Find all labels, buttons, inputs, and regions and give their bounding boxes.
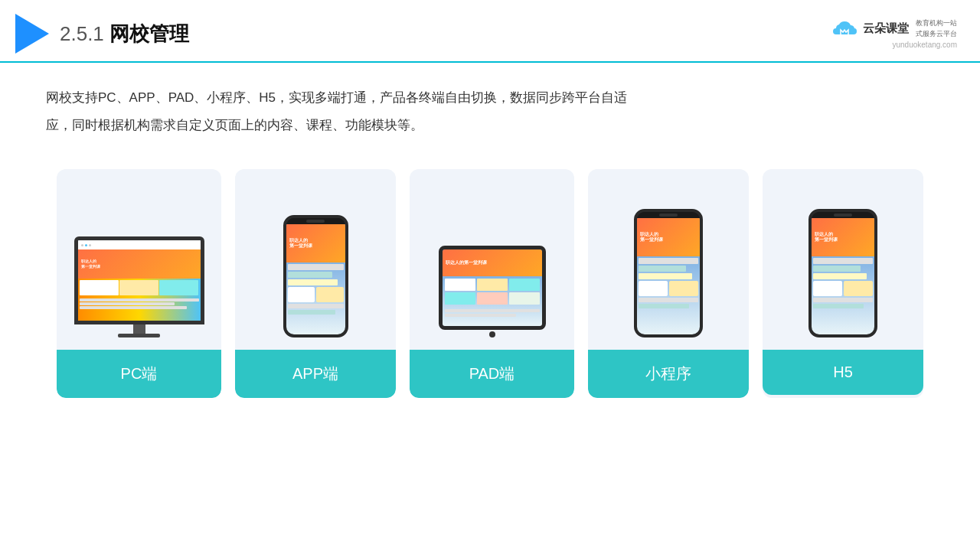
pc-monitor-illustration: 职达人的第一堂判课	[74, 236, 204, 337]
m-row1	[639, 258, 698, 264]
phone-body-h5: 职达人的第一堂判课	[808, 209, 877, 337]
brand-tagline: 教育机构一站 式服务云平台	[916, 18, 957, 39]
card-label-pc: PC端	[57, 350, 221, 398]
notch-pill	[306, 220, 325, 223]
banner-text: 职达人的第一堂判课	[289, 238, 312, 250]
title-main: 网校管理	[109, 22, 189, 45]
brand-logo: 云朵课堂 教育机构一站 式服务云平台 yunduoketang.com	[830, 18, 957, 49]
card-label-h5: H5	[763, 350, 923, 395]
tab-block-1	[445, 279, 475, 291]
phone-body-content	[286, 262, 345, 316]
hc1	[813, 281, 842, 296]
phone-screen-app: 职达人的第一堂判课	[286, 224, 345, 334]
card-pad-image: 职达人的第一堂判课	[417, 184, 567, 337]
card-label-miniapp: 小程序	[588, 350, 749, 398]
phone-illustration-h5: 职达人的第一堂判课	[808, 209, 877, 337]
logo-triangle-icon	[15, 14, 49, 54]
m-row4	[639, 298, 698, 302]
card-label-app: APP端	[235, 350, 396, 398]
row2	[80, 302, 175, 305]
page-header: 2.5.1 网校管理 云朵课堂 教育机构一站 式服务云平台 yunduoketa…	[0, 0, 980, 63]
mc2	[669, 281, 698, 296]
banner-text-2: 职达人的第一堂判课	[640, 232, 663, 244]
pc1	[288, 287, 315, 302]
phone-illustration-app: 职达人的第一堂判课	[283, 215, 348, 337]
hc2	[844, 281, 873, 296]
monitor-base	[118, 334, 160, 337]
tablet-banner: 职达人的第一堂判课	[443, 249, 542, 276]
tab-block-2	[477, 279, 508, 291]
h-row2	[813, 266, 861, 272]
m-row3	[639, 273, 692, 279]
h-row4	[813, 298, 873, 302]
cloud-icon	[830, 19, 859, 39]
brand-name-text: 云朵课堂	[863, 21, 909, 36]
tab-block-6	[509, 292, 540, 305]
phone-body-app: 职达人的第一堂判课	[283, 215, 348, 337]
card-pc: 职达人的第一堂判课	[57, 169, 221, 398]
notch-pill-2	[659, 214, 678, 217]
tr2	[445, 314, 516, 317]
phone-banner: 职达人的第一堂判课	[286, 224, 345, 262]
card-item-3	[159, 280, 198, 295]
card-pc-image: 职达人的第一堂判课	[64, 184, 214, 337]
card-item-1	[80, 280, 119, 295]
dot1	[81, 244, 83, 246]
dot2	[85, 244, 87, 246]
phone-banner-2: 职达人的第一堂判课	[637, 218, 700, 256]
monitor-neck	[133, 324, 145, 334]
card-h5: 职达人的第一堂判课	[763, 169, 923, 398]
tr1	[445, 309, 540, 312]
screen-banner: 职达人的第一堂判课	[78, 249, 201, 278]
banner-text-3: 职达人的第一堂判课	[815, 232, 838, 244]
tablet-banner-text: 职达人的第一堂判课	[446, 259, 487, 266]
p-row2	[288, 272, 332, 278]
card-label-pad: PAD端	[410, 350, 574, 398]
tablet-screen: 职达人的第一堂判课	[443, 249, 542, 326]
p-row3	[288, 279, 338, 285]
row1	[80, 298, 199, 302]
tablet-body: 职达人的第一堂判课	[439, 246, 546, 330]
brand-name-row: 云朵课堂 教育机构一站 式服务云平台	[830, 18, 957, 39]
card-pad: 职达人的第一堂判课	[410, 169, 574, 398]
brand-url: yunduoketang.com	[892, 41, 957, 49]
card-miniapp-image: 职达人的第一堂判课	[596, 184, 741, 337]
notch-pill-3	[834, 214, 852, 217]
tab-block-4	[445, 292, 475, 305]
m-row2	[639, 266, 686, 272]
card-h5-image: 职达人的第一堂判课	[770, 184, 916, 337]
phone-banner-3: 职达人的第一堂判课	[812, 218, 874, 256]
tablet-home-btn	[489, 331, 495, 337]
monitor-screen: 职达人的第一堂判课	[78, 240, 201, 321]
screen-rows	[78, 297, 201, 311]
phone-body-h5-content	[812, 256, 874, 310]
phone-screen-h5: 职达人的第一堂判课	[812, 218, 874, 334]
monitor-body: 职达人的第一堂判课	[74, 236, 204, 324]
screen-top-bar	[78, 240, 201, 249]
dot3	[89, 244, 91, 246]
h-row1	[813, 258, 873, 264]
phone-body-miniapp: 职达人的第一堂判课	[634, 209, 703, 337]
h-row5	[813, 304, 864, 308]
phone-notch-h5	[812, 212, 874, 218]
mini-card-row	[639, 281, 698, 296]
phone-card-row	[288, 287, 344, 302]
pc2	[316, 287, 344, 302]
phone-illustration-miniapp: 职达人的第一堂判课	[634, 209, 703, 337]
screen-cards-row	[78, 279, 201, 297]
h-row3	[813, 273, 867, 279]
card-app: 职达人的第一堂判课	[235, 169, 396, 398]
tablet-illustration: 职达人的第一堂判课	[439, 246, 546, 337]
header-left: 2.5.1 网校管理	[15, 14, 189, 54]
platform-cards: 职达人的第一堂判课	[0, 154, 980, 413]
card-miniapp: 职达人的第一堂判课	[588, 169, 749, 398]
phone-screen-miniapp: 职达人的第一堂判课	[637, 218, 700, 334]
screen-banner-text: 职达人的第一堂判课	[81, 259, 100, 269]
title-prefix: 2.5.1	[60, 22, 104, 45]
m-row5	[639, 304, 689, 308]
tab-block-3	[509, 279, 540, 291]
mc1	[639, 281, 668, 296]
description-text: 网校支持PC、APP、PAD、小程序、H5，实现多端打通，产品各终端自由切换，数…	[0, 63, 689, 146]
card-app-image: 职达人的第一堂判课	[243, 184, 388, 337]
tablet-content	[443, 276, 542, 307]
